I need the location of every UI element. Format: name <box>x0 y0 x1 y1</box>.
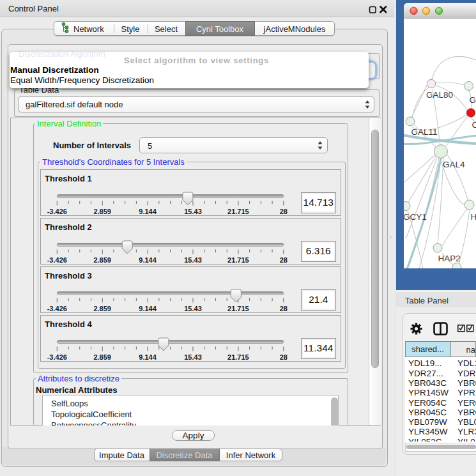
svg-text:GCY1: GCY1 <box>404 211 427 221</box>
svg-text:HA: HA <box>470 211 476 221</box>
svg-text:GAL11: GAL11 <box>411 127 437 137</box>
svg-text:GAL80: GAL80 <box>426 89 453 99</box>
svg-text:HAP2: HAP2 <box>438 254 460 263</box>
svg-text:GAL...: GAL... <box>469 95 476 104</box>
svg-text:GAL4: GAL4 <box>443 159 465 169</box>
svg-text:C...: C... <box>472 119 476 129</box>
